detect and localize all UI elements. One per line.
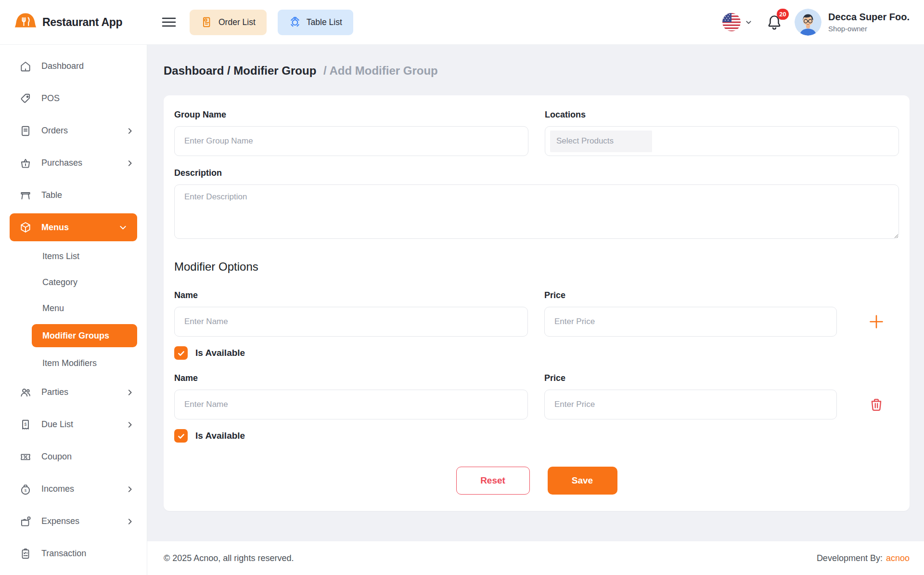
page-footer: © 2025 Acnoo, all rights reserved. Devel…	[147, 541, 924, 575]
sidebar-item-due-list[interactable]: $ Due List	[0, 408, 147, 441]
order-receipt-icon	[201, 16, 213, 28]
option-price-input[interactable]	[544, 390, 837, 419]
sidebar-item-expenses[interactable]: Expenses	[0, 505, 147, 537]
chevron-right-icon	[126, 127, 134, 135]
sidebar-item-label: Items List	[42, 251, 79, 261]
chevron-right-icon	[126, 159, 134, 168]
sidebar-item-label: Parties	[41, 387, 68, 397]
chevron-right-icon	[126, 388, 134, 397]
user-name: Decca Super Foo.	[828, 11, 910, 23]
table-icon	[19, 189, 32, 202]
chevron-down-icon	[118, 223, 128, 232]
header-right: 20 Decca Super Foo. Shop-o	[722, 9, 924, 36]
table-list-label: Table List	[307, 17, 342, 27]
app-title: Restaurant App	[42, 16, 122, 29]
sidebar-item-menus[interactable]: Menus	[10, 213, 137, 241]
receipt-icon: $	[19, 418, 32, 431]
top-header: Restaurant App Order List	[0, 0, 924, 45]
sidebar-subitem-category[interactable]: Category	[0, 269, 147, 295]
sidebar-item-incomes[interactable]: $ Incomes	[0, 473, 147, 505]
option-name-label: Name	[174, 290, 528, 301]
reset-button[interactable]: Reset	[456, 467, 530, 495]
chevron-right-icon	[126, 420, 134, 429]
sidebar-item-label: Dashboard	[41, 61, 84, 71]
is-available-checkbox[interactable]	[174, 429, 188, 443]
developer-link[interactable]: acnoo	[886, 553, 910, 563]
locations-select[interactable]	[545, 126, 899, 156]
hamburger-icon	[162, 17, 176, 27]
trash-icon	[869, 397, 884, 412]
round-table-icon	[289, 16, 301, 28]
sidebar-item-label: Table	[41, 190, 62, 200]
notification-badge: 20	[777, 9, 789, 20]
copyright-text: © 2025 Acnoo, all rights reserved.	[164, 553, 294, 563]
option-name-label: Name	[174, 373, 528, 383]
is-available-label: Is Available	[195, 431, 245, 441]
description-textarea[interactable]	[174, 184, 899, 239]
add-modifier-group-form: Group Name Locations Description Modifie…	[164, 95, 910, 511]
sidebar-subitem-items-list[interactable]: Items List	[0, 243, 147, 269]
sidebar-item-label: Item Modifiers	[42, 358, 97, 368]
chevron-right-icon	[126, 485, 134, 494]
sidebar-item-label: Coupon	[41, 452, 72, 462]
table-list-button[interactable]: Table List	[278, 10, 353, 35]
check-icon	[177, 431, 186, 441]
sidebar-item-transaction[interactable]: Transaction	[0, 537, 147, 570]
ticket-icon	[19, 451, 32, 463]
description-label: Description	[174, 168, 899, 178]
users-icon	[19, 386, 32, 399]
clipboard-icon	[19, 125, 32, 137]
add-modifier-option-button[interactable]	[867, 312, 886, 331]
home-icon	[19, 60, 32, 73]
cube-icon	[19, 221, 32, 234]
option-price-input[interactable]	[544, 307, 837, 337]
is-available-checkbox[interactable]	[174, 346, 188, 360]
sidebar-item-label: Due List	[41, 419, 73, 430]
sidebar-item-orders[interactable]: Orders	[0, 115, 147, 147]
sidebar-item-label: Incomes	[41, 484, 74, 494]
breadcrumb-trail[interactable]: Dashboard / Modifier Group	[164, 64, 316, 77]
group-name-input[interactable]	[174, 126, 528, 156]
save-button[interactable]: Save	[548, 467, 617, 495]
development-by-text: Development By:	[817, 553, 883, 563]
sidebar-item-label: Transaction	[41, 549, 86, 559]
sidebar-item-coupon[interactable]: Coupon	[0, 441, 147, 473]
chevron-right-icon	[126, 517, 134, 526]
option-name-input[interactable]	[174, 390, 528, 419]
sidebar-subitem-modifier-groups[interactable]: Modifier Groups	[32, 324, 137, 347]
sidebar-item-parties[interactable]: Parties	[0, 376, 147, 408]
is-available-label: Is Available	[195, 348, 245, 358]
sidebar-item-label: Expenses	[41, 516, 79, 526]
notifications-button[interactable]: 20	[766, 13, 783, 31]
sidebar-item-table[interactable]: Table	[0, 179, 147, 211]
delete-modifier-option-button[interactable]	[869, 397, 884, 412]
tag-icon	[19, 92, 32, 105]
locations-search-input[interactable]	[550, 131, 652, 152]
sidebar-subitem-item-modifiers[interactable]: Item Modifiers	[0, 350, 147, 376]
order-list-label: Order List	[218, 17, 256, 27]
app-brand[interactable]: Restaurant App	[0, 12, 144, 32]
language-selector[interactable]	[722, 13, 753, 32]
us-flag-icon	[722, 13, 741, 32]
svg-text:$: $	[25, 421, 27, 426]
sidebar-item-label: POS	[41, 93, 60, 104]
option-name-input[interactable]	[174, 307, 528, 337]
sidebar-item-dashboard[interactable]: Dashboard	[0, 50, 147, 82]
purse-icon	[19, 515, 32, 528]
sidebar-subitem-menu[interactable]: Menu	[0, 295, 147, 321]
locations-label: Locations	[545, 110, 899, 120]
option-price-label: Price	[544, 290, 837, 301]
sidebar-toggle-button[interactable]	[162, 17, 176, 27]
order-list-button[interactable]: Order List	[190, 10, 267, 35]
plus-icon	[867, 312, 886, 331]
money-bag-icon: $	[19, 483, 32, 496]
sidebar-item-label: Menus	[41, 222, 69, 233]
user-avatar[interactable]	[795, 9, 821, 36]
chevron-down-icon	[744, 18, 753, 26]
user-info[interactable]: Decca Super Foo. Shop-owner	[828, 11, 910, 34]
main-content: Dashboard / Modifier Group / Add Modifie…	[147, 45, 924, 575]
sidebar-item-pos[interactable]: POS	[0, 82, 147, 115]
sidebar-nav: Dashboard POS Orders Purchases	[0, 45, 147, 575]
svg-text:$: $	[25, 488, 27, 493]
sidebar-item-purchases[interactable]: Purchases	[0, 147, 147, 179]
